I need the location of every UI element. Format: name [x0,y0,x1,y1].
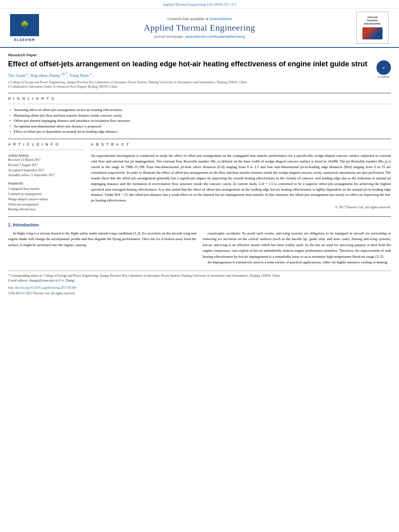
article-info-col: A R T I C L E I N F O Article history: R… [8,142,84,212]
intro-col-left: In-flight icing is a serious hazard to t… [8,230,196,265]
article-history: Article history: Received 13 March 2017 … [8,153,84,178]
intro-columns: In-flight icing is a serious hazard to t… [8,230,391,265]
elsevier-box: 🌳 [10,14,39,36]
intro-para-1: In-flight icing is a serious hazard to t… [8,230,196,248]
affiliations: a College of Energy and Power Engineerin… [8,80,391,89]
revised-date: Revised 7 August 2017 [8,163,38,167]
highlights-list: Assessing effect of offset-jets arrangem… [8,107,391,135]
highlight-item-3: Offset-jets shorten impinging distance a… [10,118,391,124]
logo-text: APPLIED THERMAL ENGINEERING [364,16,381,25]
abstract-col: A B S T R A C T An experimental investig… [91,142,391,212]
authors: Tao Guan a, Jing-zhou Zhang a,b,*, Yong … [8,72,391,78]
info-abstract-section: A R T I C L E I N F O Article history: R… [8,142,391,212]
keywords-section: Keywords: Conjugated heat transfer Confi… [8,181,84,212]
footnotes: * Corresponding author at: College of En… [8,271,391,296]
divider-3 [8,216,391,217]
highlights-section: H I G H L I G H T S Assessing effect of … [8,97,391,135]
svg-text:✓: ✓ [382,66,385,70]
highlight-item-5: Effect of offset-jets is dependent on no… [10,129,391,135]
keyword-5: Heating effectiveness [8,207,84,212]
history-label: Article history: [8,154,29,158]
info-divider [8,150,84,150]
abstract-text: An experimental investigation is conduct… [91,153,391,203]
intro-para-3: Jet impingement is extensively used in a… [203,259,391,265]
accepted-date: Accepted 9 September 2017 [8,168,44,172]
keyword-1: Conjugated heat transfer [8,187,84,192]
abstract-divider [91,150,391,150]
highlights-heading: H I G H L I G H T S [8,97,391,101]
journal-header: 🌳 ELSEVIER Contents lists available at S… [0,8,399,48]
abstract-copyright: © 2017 Elsevier Ltd. All rights reserved… [91,205,391,209]
article-type: Research Paper [8,53,391,57]
sciencedirect-link[interactable]: ScienceDirect [210,17,232,21]
divider-2 [8,139,391,139]
journal-ref-text: Applied Thermal Engineering 128 (2018) 3… [162,2,237,6]
author-yong: Yong Shan a [69,73,91,78]
elsevier-label: ELSEVIER [14,38,35,42]
introduction-section: 1. Introduction In-flight icing is a ser… [8,222,391,265]
highlight-item-2: Illustrating offset-jets flow and heat t… [10,113,391,119]
contents-label: Contents lists available at [167,17,208,21]
article-info-heading: A R T I C L E I N F O [8,142,84,146]
highlights-divider [8,104,391,104]
available-date: Available online 11 September 2017 [8,173,55,177]
received-date: Received 13 March 2017 [8,158,41,162]
homepage-link[interactable]: www.elsevier.com/locate/apthermeng [185,35,245,39]
journal-logo-box: APPLIED THERMAL ENGINEERING [356,12,389,44]
highlight-item-4: An optimal non-dimensional offset-jets d… [10,124,391,129]
highlight-item-1: Assessing effect of offset-jets arrangem… [10,107,391,113]
author-jing: Jing-zhou Zhang a,b,* [30,73,68,78]
journal-title: Applied Thermal Engineering [43,23,356,33]
intro-para-2: catastrophic accidents. To avoid such ev… [203,230,391,259]
crossmark: ✓ CrossMark [376,60,391,75]
intro-heading: 1. Introduction [8,222,391,227]
doi-link[interactable]: http://dx.doi.org/10.1016/j.appthermeng.… [8,286,391,290]
article-title: Effect of offset-jets arrangement on lea… [8,60,391,69]
keyword-2: Confined jet impingement [8,192,84,197]
keyword-4: Offset-jets arrangement [8,202,84,207]
journal-homepage: journal homepage: www.elsevier.com/locat… [43,35,356,39]
affiliation-b: b Collaborative Innovation Center of Adv… [8,84,391,89]
journal-logo-right: APPLIED THERMAL ENGINEERING [356,12,393,44]
intro-col-right: catastrophic accidents. To avoid such ev… [203,230,391,265]
divider-1 [8,93,391,93]
title-area: ✓ CrossMark Effect of offset-jets arrang… [8,60,391,69]
journal-reference: Applied Thermal Engineering 128 (2018) 3… [0,0,399,8]
main-content: Research Paper ✓ CrossMark Effect of off… [0,48,399,301]
journal-center: Contents lists available at ScienceDirec… [43,17,356,39]
elsevier-tree-icon: 🌳 [20,21,29,29]
author-tao: Tao Guan a [8,73,28,78]
rights-statement: 1359-4311/© 2017 Elsevier Ltd. All right… [8,291,391,296]
corresponding-author-note: * Corresponding author at: College of En… [8,273,391,278]
keyword-3: Wedge-shaped concave surface [8,197,84,202]
doi-anchor[interactable]: http://dx.doi.org/10.1016/j.appthermeng.… [8,286,76,290]
elsevier-logo: 🌳 ELSEVIER [6,14,43,42]
keywords-label: Keywords: [8,181,84,185]
affiliation-a: a College of Energy and Power Engineerin… [8,80,391,84]
abstract-heading: A B S T R A C T [91,142,391,146]
info-dates: Received 13 March 2017 Revised 7 August … [8,158,84,178]
email-note: E-mail address: zhangjz@nuaa.edu.cn (J.-… [8,278,391,283]
